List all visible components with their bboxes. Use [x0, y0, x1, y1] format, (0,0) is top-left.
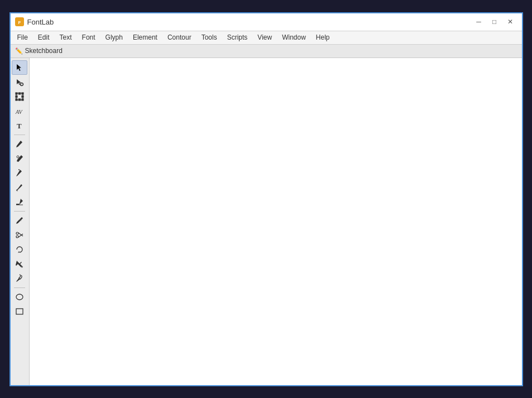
svg-rect-11: [22, 99, 23, 100]
tool-rapid-pen[interactable]: [12, 166, 27, 180]
tool-eyedropper[interactable]: [12, 271, 27, 286]
maximize-button[interactable]: □: [487, 16, 502, 27]
menu-text[interactable]: Text: [55, 32, 76, 42]
separator-2: [14, 211, 25, 212]
tool-kerning[interactable]: AV: [12, 104, 27, 118]
menu-element[interactable]: Element: [128, 32, 162, 42]
tool-rectangle[interactable]: [12, 304, 27, 319]
separator-3: [14, 287, 25, 288]
tool-knife[interactable]: [12, 213, 27, 228]
tool-pen[interactable]: [12, 151, 27, 166]
menu-window[interactable]: Window: [277, 32, 310, 42]
app-icon: F: [15, 17, 24, 26]
tool-ellipse[interactable]: [12, 290, 27, 304]
svg-rect-6: [22, 93, 23, 94]
menu-file[interactable]: File: [13, 32, 32, 42]
title-bar-left: F FontLab: [15, 17, 54, 26]
menu-edit[interactable]: Edit: [33, 32, 54, 42]
app-window: F FontLab ─ □ ✕ File Edit Text Font Glyp…: [9, 12, 523, 386]
svg-point-14: [17, 156, 19, 158]
menu-help[interactable]: Help: [311, 32, 334, 42]
svg-point-21: [21, 266, 23, 267]
svg-rect-10: [19, 99, 21, 100]
menu-bar: File Edit Text Font Glyph Element Contou…: [11, 31, 522, 45]
tool-fill[interactable]: [12, 257, 27, 271]
menu-scripts[interactable]: Scripts: [223, 32, 252, 42]
close-button[interactable]: ✕: [503, 16, 517, 27]
toolbar: AV T: [11, 58, 30, 385]
svg-point-22: [16, 294, 23, 300]
separator-1: [14, 135, 25, 135]
svg-rect-8: [22, 95, 23, 97]
tool-brush[interactable]: [12, 180, 27, 195]
svg-point-2: [21, 83, 23, 85]
tool-scissors[interactable]: [12, 228, 27, 242]
menu-view[interactable]: View: [253, 32, 276, 42]
sketchboard-label: Sketchboard: [25, 47, 63, 55]
tool-transform[interactable]: [12, 89, 27, 104]
tool-node-select[interactable]: [12, 75, 27, 89]
svg-text:T: T: [17, 122, 22, 130]
svg-rect-9: [16, 99, 17, 100]
title-bar: F FontLab ─ □ ✕: [11, 13, 522, 31]
tool-pointer-select[interactable]: [12, 60, 27, 75]
svg-text:F: F: [18, 20, 21, 25]
main-area: AV T: [11, 58, 522, 385]
canvas-area[interactable]: [30, 58, 522, 385]
tool-erase[interactable]: [12, 195, 27, 209]
sketchboard-tab[interactable]: ✏️ Sketchboard: [15, 47, 63, 55]
minimize-button[interactable]: ─: [472, 16, 486, 27]
menu-font[interactable]: Font: [78, 32, 100, 42]
menu-glyph[interactable]: Glyph: [101, 32, 127, 42]
tab-bar: ✏️ Sketchboard: [11, 45, 522, 58]
svg-rect-7: [16, 95, 17, 97]
svg-point-18: [16, 236, 18, 238]
svg-rect-4: [16, 93, 17, 94]
svg-rect-5: [19, 93, 21, 94]
svg-point-17: [16, 232, 18, 234]
svg-text:AV: AV: [15, 109, 23, 115]
app-title: FontLab: [27, 18, 54, 26]
menu-tools[interactable]: Tools: [197, 32, 222, 42]
svg-rect-23: [16, 309, 23, 314]
sketchboard-icon: ✏️: [15, 47, 23, 55]
tool-rotate[interactable]: [12, 242, 27, 257]
tool-pencil[interactable]: [12, 137, 27, 151]
tool-text[interactable]: T: [12, 118, 27, 133]
menu-contour[interactable]: Contour: [163, 32, 196, 42]
title-bar-controls: ─ □ ✕: [472, 16, 517, 27]
